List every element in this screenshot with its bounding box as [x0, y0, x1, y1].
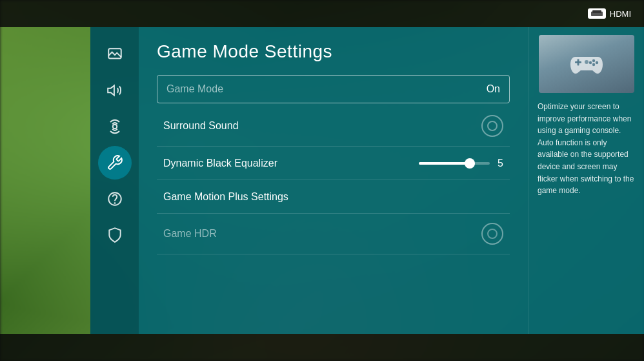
- game-motion-plus-label: Game Motion Plus Settings: [163, 191, 288, 203]
- svg-point-8: [488, 229, 497, 238]
- sidebar-item-picture[interactable]: [98, 37, 132, 71]
- slider-fill: [419, 162, 470, 165]
- settings-panel: Game Mode Settings Game Mode On Surround…: [139, 27, 528, 334]
- game-motion-plus-item[interactable]: Game Motion Plus Settings: [157, 180, 510, 214]
- hdmi-icon: [588, 8, 606, 19]
- svg-point-4: [112, 125, 117, 129]
- sidebar-item-security[interactable]: [98, 218, 132, 252]
- game-image: [539, 35, 634, 93]
- hdmi-badge: HDMI: [588, 8, 631, 19]
- sidebar-item-network[interactable]: [98, 110, 132, 143]
- svg-point-12: [595, 61, 598, 64]
- svg-rect-1: [592, 10, 601, 13]
- gamepad-icon: [569, 50, 604, 77]
- svg-point-11: [592, 59, 594, 62]
- slider-thumb[interactable]: [465, 158, 475, 169]
- svg-point-13: [592, 63, 594, 66]
- bottom-bar: [0, 334, 644, 361]
- svg-point-14: [589, 61, 591, 64]
- sidebar-item-support[interactable]: [98, 182, 132, 216]
- info-description: Optimize your screen to improve performa…: [538, 101, 635, 197]
- sidebar: [90, 27, 139, 334]
- surround-sound-toggle[interactable]: [481, 115, 503, 137]
- game-hdr-toggle[interactable]: [481, 223, 503, 245]
- svg-marker-3: [108, 85, 114, 95]
- game-hdr-item[interactable]: Game HDR: [157, 214, 510, 254]
- dynamic-black-equalizer-value: 5: [498, 158, 503, 169]
- hdmi-label: HDMI: [610, 9, 631, 19]
- content-area: Game Mode Settings Game Mode On Surround…: [139, 27, 644, 334]
- panel-title: Game Mode Settings: [157, 41, 510, 62]
- svg-rect-10: [577, 59, 579, 66]
- top-bar: HDMI: [0, 0, 644, 27]
- info-panel: Optimize your screen to improve performa…: [528, 27, 644, 334]
- sidebar-item-tools[interactable]: [98, 146, 132, 180]
- slider-row: 5: [419, 158, 503, 169]
- slider-track[interactable]: [419, 162, 490, 165]
- game-hdr-label: Game HDR: [163, 228, 217, 240]
- game-mode-label: Game Mode: [166, 83, 223, 95]
- svg-point-7: [488, 121, 497, 130]
- game-mode-row[interactable]: Game Mode On: [157, 75, 510, 103]
- surround-sound-item[interactable]: Surround Sound: [157, 106, 510, 147]
- tv-frame: HDMI: [0, 0, 644, 361]
- game-mode-value: On: [487, 83, 500, 95]
- sidebar-item-sound[interactable]: [98, 74, 132, 107]
- svg-point-15: [585, 60, 589, 64]
- surround-sound-label: Surround Sound: [163, 120, 239, 132]
- dynamic-black-equalizer-item[interactable]: Dynamic Black Equalizer 5: [157, 147, 510, 180]
- dynamic-black-equalizer-label: Dynamic Black Equalizer: [163, 158, 277, 169]
- main-panel: Game Mode Settings Game Mode On Surround…: [90, 27, 644, 334]
